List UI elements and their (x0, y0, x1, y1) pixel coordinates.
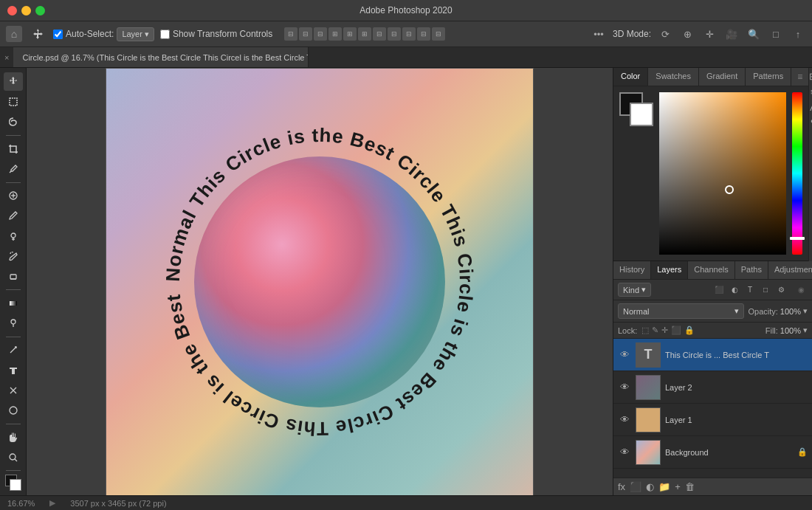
layer-mask-icon[interactable]: ⬛ (630, 481, 641, 492)
tab-nav-close[interactable]: × (0, 53, 13, 62)
lock-artboard-icon[interactable]: ⬛ (671, 325, 681, 335)
selection-tool-button[interactable] (4, 92, 23, 111)
options-bar: ⌂ Auto-Select: Layer ▾ Show Transform Co… (0, 21, 812, 47)
lasso-tool-button[interactable] (4, 113, 23, 131)
transform-checkbox[interactable] (160, 30, 170, 39)
lock-transparent-icon[interactable]: ⬚ (641, 325, 649, 335)
filter-type-icon[interactable]: T (743, 283, 757, 297)
3d-camera-icon[interactable]: 🎥 (723, 26, 740, 42)
distribute-more-icon[interactable]: ⊟ (402, 27, 416, 41)
clone-stamp-button[interactable] (4, 227, 23, 245)
canvas-area[interactable]: Normal This Circle is the Best Circle Th… (27, 68, 613, 495)
distribute-v-icon[interactable]: ⊟ (388, 27, 401, 41)
panel-history-icon[interactable]: ⊞ (809, 71, 812, 82)
search-icon[interactable]: 🔍 (746, 26, 762, 42)
3d-pan-icon[interactable]: ⊕ (679, 26, 695, 42)
hue-slider[interactable] (792, 92, 802, 255)
layer-new-icon[interactable]: + (675, 481, 681, 492)
layer-visibility-eye-1[interactable]: 👁 (618, 414, 631, 425)
align-middle-icon[interactable]: ⊞ (343, 27, 357, 41)
tab-patterns[interactable]: Patterns (746, 68, 791, 86)
color-panel-menu-icon[interactable]: ≡ (791, 68, 808, 86)
layer-fx-icon[interactable]: fx (618, 481, 625, 492)
3d-rotate-icon[interactable]: ⟳ (657, 26, 673, 42)
background-color-swatch[interactable] (630, 103, 653, 126)
tab-channels[interactable]: Channels (688, 261, 734, 279)
layer-group-icon[interactable]: 📁 (658, 481, 670, 492)
eraser-tool-button[interactable] (4, 267, 23, 286)
eyedropper-tool-button[interactable] (4, 159, 23, 178)
history-brush-button[interactable] (4, 247, 23, 265)
align-center-icon[interactable]: ⊟ (299, 27, 312, 41)
layer-delete-icon[interactable]: 🗑 (685, 481, 695, 492)
tab-history[interactable]: History (613, 261, 651, 279)
pen-tool-button[interactable] (4, 341, 23, 359)
tab-color[interactable]: Color (613, 68, 648, 86)
color-spectrum[interactable] (659, 92, 786, 255)
toolbar-separator-4 (6, 337, 21, 337)
move-tool-button[interactable] (4, 72, 23, 91)
fill-value[interactable]: 100% (780, 326, 801, 335)
layer-adjustment-icon[interactable]: ◐ (646, 481, 654, 492)
shape-tool-button[interactable] (4, 402, 23, 420)
tab-swatches[interactable]: Swatches (648, 68, 699, 86)
healing-tool-button[interactable] (4, 187, 23, 205)
align-top-icon[interactable]: ⊞ (328, 27, 342, 41)
auto-select-label: Auto-Select: (66, 29, 114, 39)
fg-bg-color-swatch[interactable] (5, 475, 21, 490)
align-right-icon[interactable]: ⊟ (314, 27, 327, 41)
workspace-icon[interactable]: □ (768, 26, 784, 42)
filter-toggle-icon[interactable]: ◉ (794, 283, 808, 297)
toolbar-separator-5 (6, 424, 21, 424)
close-button[interactable] (7, 6, 17, 15)
filter-shape-icon[interactable]: □ (759, 283, 772, 297)
minimize-button[interactable] (21, 6, 31, 15)
filter-kind-dropdown[interactable]: Kind ▾ (618, 283, 651, 297)
dodge-tool-button[interactable] (4, 314, 23, 332)
auto-select-checkbox[interactable] (53, 30, 63, 39)
distribute-icon2[interactable]: ⊟ (417, 27, 430, 41)
lock-all-icon[interactable]: 🔒 (684, 325, 695, 335)
layer-item-1[interactable]: 👁 Layer 1 (613, 404, 812, 436)
layer-item-text[interactable]: 👁 T This Circle is ... Best Circle T (613, 339, 812, 371)
more-options-icon[interactable]: ••• (591, 26, 607, 42)
filter-adjust-icon[interactable]: ◐ (728, 283, 741, 297)
filter-smart-icon[interactable]: ⚙ (774, 283, 788, 297)
brush-tool-button[interactable] (4, 207, 23, 225)
zoom-tool-button[interactable] (4, 448, 23, 466)
document-tab[interactable]: Circle.psd @ 16.7% (This Circle is the B… (13, 47, 309, 67)
tab-layers[interactable]: Layers (651, 261, 688, 279)
main-area: Normal This Circle is the Best Circle Th… (0, 68, 812, 495)
filter-pixel-icon[interactable]: ⬛ (712, 283, 726, 297)
align-bottom-icon[interactable]: ⊞ (358, 27, 371, 41)
gradient-tool-button[interactable] (4, 294, 23, 312)
blend-mode-dropdown[interactable]: Normal ▾ (618, 303, 744, 319)
type-tool-button[interactable] (4, 361, 23, 379)
layer-visibility-eye-2[interactable]: 👁 (618, 382, 631, 393)
crop-tool-button[interactable] (4, 139, 23, 158)
tab-gradient[interactable]: Gradient (699, 68, 746, 86)
home-icon[interactable]: ⌂ (6, 26, 22, 42)
path-selection-button[interactable] (4, 381, 23, 399)
layer-item-background[interactable]: 👁 Background 🔒 (613, 436, 812, 469)
status-arrow[interactable]: ▶ (49, 498, 55, 508)
layer-visibility-eye-bg[interactable]: 👁 (618, 447, 631, 458)
move-tool-icon[interactable] (28, 24, 47, 44)
opacity-value[interactable]: 100% (780, 307, 801, 316)
distribute-icon3[interactable]: ⊟ (432, 27, 445, 41)
lock-position-icon[interactable]: ✛ (661, 325, 668, 335)
window-controls[interactable] (7, 6, 45, 15)
layer-dropdown[interactable]: Layer ▾ (117, 27, 154, 41)
distribute-h-icon[interactable]: ⊟ (373, 27, 386, 41)
lock-image-icon[interactable]: ✎ (652, 325, 658, 335)
layer-name-text: This Circle is ... Best Circle T (665, 351, 808, 359)
3d-move-icon[interactable]: ✛ (701, 26, 718, 42)
share-icon[interactable]: ↑ (790, 26, 806, 42)
layer-visibility-eye-text[interactable]: 👁 (618, 349, 631, 360)
align-left-icon[interactable]: ⊟ (284, 27, 297, 41)
layer-item-2[interactable]: 👁 Layer 2 (613, 371, 812, 404)
maximize-button[interactable] (35, 6, 45, 15)
hand-tool-button[interactable] (4, 428, 23, 447)
tab-adjustments[interactable]: Adjustments (768, 261, 812, 279)
tab-paths[interactable]: Paths (735, 261, 768, 279)
